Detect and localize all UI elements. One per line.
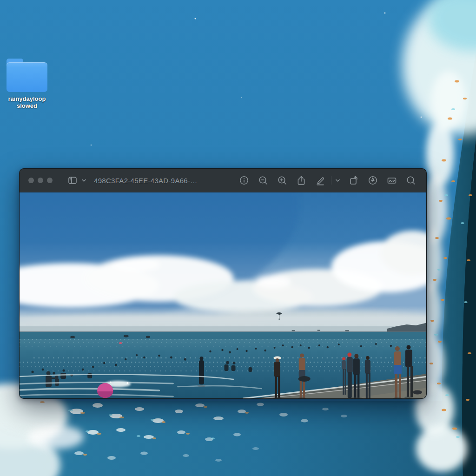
traffic-lights: [28, 178, 53, 183]
zoom-out-button[interactable]: [257, 173, 269, 187]
highlight-button[interactable]: [314, 173, 326, 187]
folder-label-line2: slowed: [1, 102, 53, 109]
share-button[interactable]: [295, 173, 307, 187]
sidebar-toggle-button[interactable]: [66, 173, 79, 187]
beach-photo: [20, 192, 427, 399]
folder-label-line1: rainydayloop: [1, 95, 53, 102]
markup-pen-icon: [367, 175, 378, 186]
window-toolbar: 498C3FA2-45EE-43AD-9A66-…: [20, 169, 426, 192]
chevron-down-icon: [335, 175, 340, 186]
share-icon: [296, 175, 307, 186]
pink-float: [97, 383, 113, 398]
sidebar-icon: [67, 175, 78, 186]
folder-label: rainydayloop slowed: [1, 95, 53, 109]
info-button[interactable]: [238, 173, 250, 187]
info-icon: [238, 175, 250, 186]
minimize-button[interactable]: [38, 178, 43, 183]
search-icon: [405, 175, 416, 186]
rotate-button[interactable]: [348, 173, 360, 187]
view-menu-chevron-button[interactable]: [80, 173, 87, 187]
markup-button[interactable]: [367, 173, 379, 187]
chevron-down-icon: [81, 175, 86, 186]
highlight-chevron-button[interactable]: [334, 173, 341, 187]
highlight-pen-icon: [315, 175, 326, 186]
rotate-icon: [348, 175, 359, 186]
form-sign-button[interactable]: [386, 173, 398, 187]
zoom-out-icon: [258, 175, 269, 186]
toolbar-divider: [331, 176, 331, 185]
window-title: 498C3FA2-45EE-43AD-9A66-…: [94, 177, 198, 185]
desktop-folder-rainydayloop[interactable]: rainydayloop slowed: [1, 59, 53, 109]
photo-content-area: [20, 192, 427, 399]
search-button[interactable]: [405, 173, 417, 187]
preview-window: 498C3FA2-45EE-43AD-9A66-…: [19, 168, 427, 399]
form-sign-icon: [386, 175, 397, 186]
zoom-in-button[interactable]: [276, 173, 288, 187]
zoom-in-icon: [277, 175, 288, 186]
toolbar-tools: [238, 173, 417, 187]
zoom-window-button[interactable]: [47, 178, 53, 183]
folder-icon: [7, 59, 47, 92]
close-button[interactable]: [28, 178, 34, 183]
